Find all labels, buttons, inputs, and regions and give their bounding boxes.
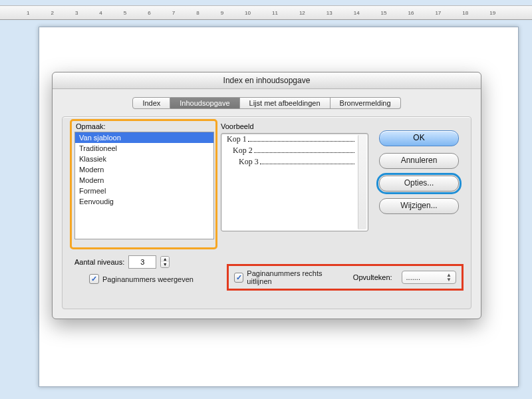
list-item[interactable]: Klassiek xyxy=(75,154,213,164)
show-page-numbers-label: Paginanummers weergeven xyxy=(102,275,194,283)
levels-label: Aantal niveaus: xyxy=(74,258,124,266)
tab-lijst-met-afbeeldingen[interactable]: Lijst met afbeeldingen xyxy=(240,97,331,109)
list-item[interactable]: Eenvoudig xyxy=(75,196,213,207)
tab-index[interactable]: Index xyxy=(132,97,170,109)
dialog-button-column: OK Annuleren Opties... Wijzigen... xyxy=(379,130,459,214)
right-align-label: Paginanummers rechts uitlijnen xyxy=(247,269,344,285)
options-button[interactable]: Opties... xyxy=(379,176,459,192)
list-item[interactable]: Van sjabloon xyxy=(75,132,213,143)
checkmark-icon: ✓ xyxy=(89,274,99,284)
horizontal-ruler: 12345678910111213141516171819 xyxy=(0,5,532,20)
preview-box: Kop 11 Kop 23 Kop 35 xyxy=(221,133,368,231)
preview-row: Kop 23 xyxy=(221,145,368,156)
right-align-checkbox[interactable]: ✓ Paginanummers rechts uitlijnen xyxy=(234,269,344,285)
index-toc-dialog: Index en inhoudsopgave IndexInhoudsopgav… xyxy=(52,72,481,319)
show-page-numbers-checkbox[interactable]: ✓ Paginanummers weergeven xyxy=(89,274,194,284)
dialog-panel: Opmaak: Van sjabloonTraditioneelKlassiek… xyxy=(62,116,471,309)
levels-control: Aantal niveaus: ▲ ▼ xyxy=(74,255,170,269)
fill-char-label: Opvulteken: xyxy=(353,273,392,281)
levels-input[interactable] xyxy=(128,255,156,269)
preview-label: Voorbeeld xyxy=(221,122,254,130)
preview-row: Kop 35 xyxy=(221,156,368,168)
tab-inhoudsopgave[interactable]: Inhoudsopgave xyxy=(170,97,239,109)
list-item[interactable]: Modern xyxy=(75,164,213,175)
format-label: Opmaak: xyxy=(76,122,213,130)
stepper-down-icon[interactable]: ▼ xyxy=(161,262,169,267)
modify-button[interactable]: Wijzigen... xyxy=(379,198,459,214)
checkmark-icon: ✓ xyxy=(234,273,243,283)
dialog-title: Index en inhoudsopgave xyxy=(53,72,481,89)
preview-scrollbar[interactable] xyxy=(358,135,366,229)
stepper-up-icon[interactable]: ▲ xyxy=(161,257,169,262)
list-item[interactable]: Traditioneel xyxy=(75,143,213,154)
format-listbox[interactable]: Van sjabloonTraditioneelKlassiekModernMo… xyxy=(74,132,214,239)
list-item[interactable]: Formeel xyxy=(75,186,213,196)
select-arrows-icon: ▲▼ xyxy=(446,273,452,282)
dialog-tabs: IndexInhoudsopgaveLijst met afbeeldingen… xyxy=(53,97,481,109)
right-align-group-highlight: ✓ Paginanummers rechts uitlijnen Opvulte… xyxy=(229,266,462,289)
format-group-highlight: Opmaak: Van sjabloonTraditioneelKlassiek… xyxy=(72,121,215,247)
levels-stepper[interactable]: ▲ ▼ xyxy=(160,256,170,268)
cancel-button[interactable]: Annuleren xyxy=(379,153,459,169)
list-item[interactable]: Modern xyxy=(75,175,213,186)
ok-button[interactable]: OK xyxy=(379,130,459,146)
fill-char-select[interactable]: ....... ▲▼ xyxy=(402,271,456,284)
preview-row: Kop 11 xyxy=(221,134,368,145)
tab-bronvermelding[interactable]: Bronvermelding xyxy=(331,97,401,109)
fill-char-value: ....... xyxy=(406,273,420,281)
